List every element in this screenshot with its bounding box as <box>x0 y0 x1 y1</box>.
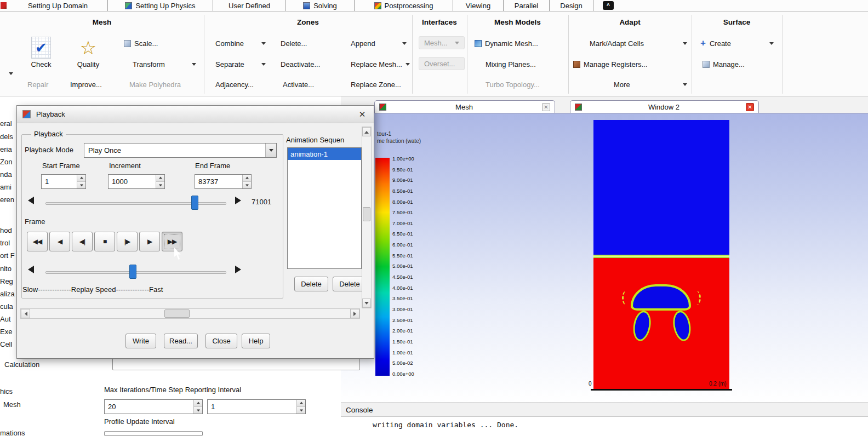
step-forward-button[interactable]: |▶ <box>117 232 138 251</box>
scale-button[interactable]: Scale... <box>124 36 158 50</box>
tree-item[interactable]: Aut <box>0 315 11 323</box>
spin-up-icon[interactable] <box>77 175 85 182</box>
scrollbar-thumb[interactable] <box>363 207 370 221</box>
tab-postprocessing[interactable]: Postprocessing <box>355 0 453 11</box>
console-header[interactable]: Console <box>341 403 868 417</box>
tree-item[interactable]: dels <box>0 133 13 141</box>
step-backward-button[interactable]: ◀| <box>72 232 93 251</box>
tab-viewing[interactable]: Viewing <box>453 0 504 11</box>
tree-item[interactable]: ami <box>0 183 12 191</box>
speed-slider-handle[interactable] <box>129 265 136 279</box>
spin-up-icon[interactable] <box>156 175 164 182</box>
tab-setting-up-domain[interactable]: Setting Up Domain <box>8 0 108 11</box>
tree-item[interactable]: nda <box>0 170 12 179</box>
scroll-down-icon[interactable] <box>362 299 371 308</box>
help-button[interactable]: Help <box>242 334 270 348</box>
activate-button[interactable]: Activate... <box>283 77 314 91</box>
scroll-up-icon[interactable] <box>362 127 371 136</box>
tree-item[interactable]: eren <box>0 196 14 204</box>
play-backward-button[interactable]: ◀ <box>49 232 70 251</box>
transform-button[interactable]: Transform <box>133 57 196 71</box>
profile-update-input[interactable] <box>104 431 203 436</box>
deactivate-button[interactable]: Deactivate... <box>281 57 320 71</box>
tree-item-calculation[interactable]: Calculation <box>4 360 39 369</box>
replace-zone-button[interactable]: Replace Zone... <box>351 77 401 91</box>
list-item-animation-1[interactable]: animation-1 <box>288 148 361 160</box>
playback-mode-select[interactable]: Play Once <box>84 143 277 158</box>
create-surface-button[interactable]: +Create <box>700 36 774 50</box>
close-icon[interactable]: ✕ <box>746 103 754 111</box>
rewind-start-button[interactable]: ◀◀ <box>27 232 48 251</box>
graphics-canvas[interactable]: tour-1 me fraction (wate) 1.00e+009.50e-… <box>341 113 868 403</box>
increment-input[interactable]: 1000 <box>108 174 165 189</box>
contour-plot[interactable] <box>593 120 729 391</box>
close-icon[interactable]: ✕ <box>356 110 368 119</box>
spin-down-icon[interactable] <box>77 182 85 188</box>
spin-up-icon[interactable] <box>297 400 305 407</box>
start-frame-stepper[interactable] <box>77 175 85 188</box>
collapse-ribbon-icon[interactable]: ^ <box>603 1 614 10</box>
start-frame-input[interactable]: 1 <box>41 174 86 189</box>
close-icon[interactable]: ✕ <box>542 103 550 111</box>
stop-button[interactable]: ■ <box>94 232 115 251</box>
quality-button[interactable]: ☆ Quality <box>70 37 106 68</box>
max-iterations-stepper[interactable] <box>193 400 202 414</box>
tree-item[interactable]: eria <box>0 145 12 153</box>
dialog-vertical-scrollbar[interactable] <box>362 127 372 308</box>
tree-item-mesh[interactable]: Mesh <box>3 400 21 409</box>
tree-item[interactable]: Exe <box>0 328 12 336</box>
tree-item[interactable]: cula <box>0 302 13 311</box>
dialog-horizontal-scrollbar[interactable] <box>20 308 360 319</box>
manage-registers-button[interactable]: Manage Registers... <box>573 57 647 71</box>
scroll-right-icon[interactable] <box>350 309 359 318</box>
end-frame-input[interactable]: 83737 <box>195 174 252 189</box>
tree-item[interactable]: nito <box>0 265 12 273</box>
read-button[interactable]: Read... <box>164 334 198 348</box>
separate-button[interactable]: Separate <box>215 57 266 71</box>
frame-slider-left-arrow[interactable] <box>28 197 34 204</box>
reporting-interval-stepper[interactable] <box>296 400 305 414</box>
append-button[interactable]: Append <box>351 36 407 50</box>
tree-item[interactable]: aliza <box>0 290 15 298</box>
delete-zones-button[interactable]: Delete... <box>281 36 307 50</box>
tab-parallel[interactable]: Parallel <box>504 0 550 11</box>
tree-item[interactable]: Zon <box>0 158 12 166</box>
chevron-down-icon[interactable] <box>9 72 13 77</box>
spin-up-icon[interactable] <box>194 400 202 407</box>
increment-stepper[interactable] <box>156 175 164 188</box>
frame-slider-track[interactable] <box>45 202 226 205</box>
replace-mesh-button[interactable]: Replace Mesh... <box>351 57 407 71</box>
combine-button[interactable]: Combine <box>215 36 266 50</box>
play-button[interactable]: ▶ <box>139 232 160 251</box>
tree-item[interactable]: Reg <box>0 277 13 285</box>
dynamic-mesh-button[interactable]: Dynamic Mesh... <box>475 36 538 50</box>
delete-button[interactable]: Delete <box>294 277 328 291</box>
write-button[interactable]: Write <box>125 334 156 348</box>
tree-item[interactable]: hics <box>0 387 13 395</box>
animation-sequences-list[interactable]: animation-1 <box>287 147 362 269</box>
fast-forward-button[interactable]: ▶▶ <box>162 232 182 251</box>
graphics-tab-mesh[interactable]: Mesh ✕ <box>374 100 555 113</box>
tab-design[interactable]: Design <box>550 0 593 11</box>
check-button[interactable]: ✔ Check <box>23 37 59 68</box>
spin-up-icon[interactable] <box>243 175 251 182</box>
close-button[interactable]: Close <box>205 334 237 348</box>
playback-dialog-titlebar[interactable]: Playback ✕ <box>17 106 374 123</box>
mark-adapt-cells-button[interactable]: Mark/Adapt Cells <box>590 36 687 50</box>
speed-slider-right-arrow[interactable] <box>235 266 241 273</box>
manage-surface-button[interactable]: Manage... <box>703 57 745 71</box>
reporting-interval-input[interactable]: 1 <box>207 399 306 414</box>
tab-user-defined[interactable]: User Defined <box>213 0 286 11</box>
tree-item[interactable]: hod <box>0 226 12 234</box>
max-iterations-input[interactable]: 20 <box>104 399 203 414</box>
mixing-planes-button[interactable]: Mixing Planes... <box>486 57 536 71</box>
tree-item[interactable]: ort F <box>0 251 15 260</box>
chevron-down-icon[interactable] <box>265 144 276 157</box>
tree-item[interactable]: mations <box>0 429 25 436</box>
spin-down-icon[interactable] <box>243 182 251 188</box>
spin-down-icon[interactable] <box>156 182 164 188</box>
spin-down-icon[interactable] <box>194 407 202 414</box>
speed-slider-left-arrow[interactable] <box>28 266 34 273</box>
tree-item[interactable]: trol <box>0 239 10 247</box>
improve-button[interactable]: Improve... <box>70 77 102 91</box>
